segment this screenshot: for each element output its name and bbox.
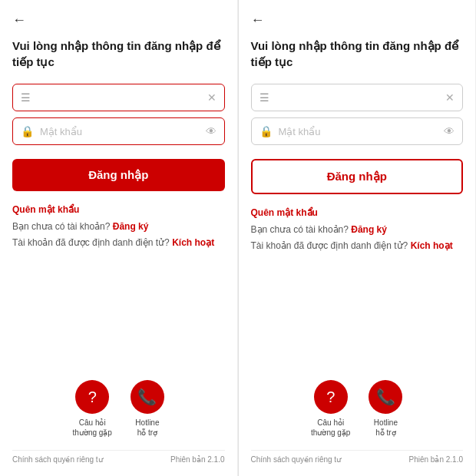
activate-link-left[interactable]: Kích hoạt [172,237,214,248]
bottom-section-right: ? Câu hỏithường gặp 📞 Hotlinehỗ trợ Chín… [251,380,464,464]
screen-right: ← Vui lòng nhập thông tin đăng nhập để t… [239,0,477,476]
bottom-icons-left: ? Câu hỏithường gặp 📞 Hotlinehỗ trợ [73,380,164,438]
forgot-password-left[interactable]: Quên mật khẩu [12,202,225,219]
clear-icon-right[interactable]: ✕ [445,91,455,104]
faq-icon-left: ? [75,380,109,414]
username-input-right[interactable] [276,92,446,104]
register-link-left[interactable]: Đăng ký [113,221,149,232]
page-title-left: Vui lòng nhập thông tin đăng nhập để tiế… [12,38,225,70]
privacy-policy-right[interactable]: Chính sách quyền riêng tư [251,455,342,464]
activate-link-right[interactable]: Kích hoạt [411,240,453,251]
links-section-left: Quên mật khẩu Bạn chưa có tài khoản? Đăn… [12,202,225,252]
forgot-password-right[interactable]: Quên mật khẩu [251,205,464,222]
hotline-item-right[interactable]: 📞 Hotlinehỗ trợ [369,380,402,438]
password-input-left[interactable] [40,126,206,137]
input-group-right: ☰ ✕ 🔒 👁 [251,84,464,151]
bottom-section-left: ? Câu hỏithường gặp 📞 Hotlinehỗ trợ Chín… [12,380,225,464]
faq-item-left[interactable]: ? Câu hỏithường gặp [73,380,112,438]
page-title-right: Vui lòng nhập thông tin đăng nhập để tiế… [251,38,464,70]
bottom-icons-right: ? Câu hỏithường gặp 📞 Hotlinehỗ trợ [311,380,402,438]
username-input-left[interactable] [37,92,207,104]
clear-icon-left[interactable]: ✕ [207,91,217,104]
version-left: Phiên bản 2.1.0 [170,455,225,464]
screen-left: ← Vui lòng nhập thông tin đăng nhập để t… [0,0,238,476]
register-link-right[interactable]: Đăng ký [351,224,387,235]
password-input-right[interactable] [279,126,445,137]
hotline-item-left[interactable]: 📞 Hotlinehỗ trợ [131,380,164,438]
version-right: Phiên bản 2.1.0 [409,455,464,464]
identity-left: Tài khoản đã được định danh điện tử? Kíc… [12,235,225,252]
no-account-left: Bạn chưa có tài khoản? Đăng ký [12,219,225,236]
links-section-right: Quên mật khẩu Bạn chưa có tài khoản? Đăn… [251,205,464,255]
faq-label-right: Câu hỏithường gặp [311,418,350,438]
user-icon-right: ☰ [259,91,269,104]
hotline-icon-left: 📞 [131,380,164,414]
no-account-right: Bạn chưa có tài khoản? Đăng ký [251,222,464,239]
user-icon-left: ☰ [21,91,31,104]
password-wrapper-left: 🔒 👁 [12,117,225,145]
username-wrapper-right: ☰ ✕ [251,84,464,111]
login-button-left[interactable]: Đăng nhập [12,159,225,191]
faq-label-left: Câu hỏithường gặp [73,418,112,438]
lock-icon-left: 🔒 [21,125,34,137]
faq-item-right[interactable]: ? Câu hỏithường gặp [311,380,350,438]
footer-right: Chính sách quyền riêng tư Phiên bản 2.1.… [251,450,464,464]
hotline-label-left: Hotlinehỗ trợ [135,418,159,438]
back-button-left[interactable]: ← [12,12,31,28]
password-wrapper-right: 🔒 👁 [251,117,464,145]
footer-left: Chính sách quyền riêng tư Phiên bản 2.1.… [12,450,225,464]
lock-icon-right: 🔒 [259,125,273,137]
identity-right: Tài khoản đã được định danh điện tử? Kíc… [251,238,464,255]
back-button-right[interactable]: ← [251,12,269,28]
hotline-label-right: Hotlinehỗ trợ [374,418,398,438]
input-group-left: ☰ ✕ 🔒 👁 [12,84,225,151]
eye-icon-left[interactable]: 👁 [206,125,217,137]
eye-icon-right[interactable]: 👁 [444,125,455,137]
login-button-right[interactable]: Đăng nhập [251,159,464,194]
username-wrapper-left: ☰ ✕ [12,84,225,111]
privacy-policy-left[interactable]: Chính sách quyền riêng tư [12,455,103,464]
faq-icon-right: ? [314,380,348,414]
hotline-icon-right: 📞 [369,380,402,414]
